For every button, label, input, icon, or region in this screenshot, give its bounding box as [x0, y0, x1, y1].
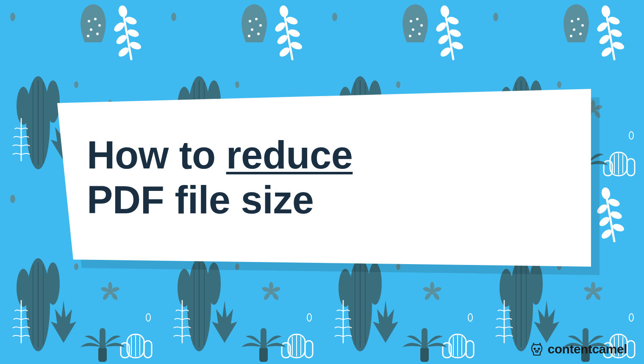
brand-name-part2: camel [592, 342, 627, 356]
headline-line2: PDF file size [87, 178, 314, 221]
title-card: How to reduce PDF file size [57, 89, 591, 267]
headline: How to reduce PDF file size [87, 133, 353, 223]
svg-point-39 [536, 350, 538, 352]
svg-point-38 [538, 348, 539, 350]
camel-icon [529, 342, 544, 356]
brand-name: contentcamel [548, 342, 627, 356]
headline-prefix: How to [87, 133, 226, 176]
brand-name-part1: content [548, 342, 592, 356]
headline-underlined: reduce [226, 133, 353, 176]
brand-logo: contentcamel [529, 342, 627, 356]
svg-point-37 [534, 348, 535, 350]
